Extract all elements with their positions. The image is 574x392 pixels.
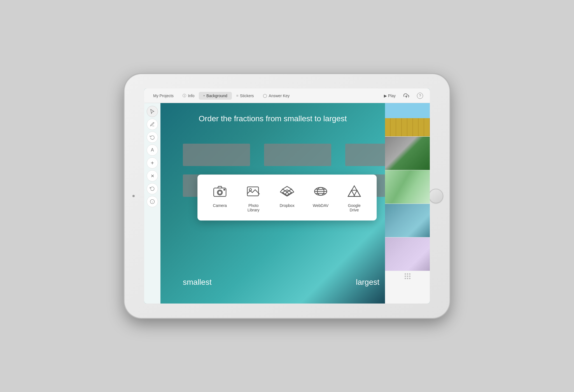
fraction-bar-1[interactable] [183, 144, 250, 166]
popup-google-drive[interactable]: Google Drive [343, 183, 365, 212]
tool-undo[interactable] [147, 183, 158, 194]
dot [409, 278, 410, 279]
dot [407, 273, 408, 275]
dot [407, 278, 408, 279]
nav-help-button[interactable]: ? [415, 92, 425, 100]
nav-answer-key-label: Answer Key [269, 94, 290, 98]
screen: My Projects ⓘ Info ▪ Background ⌗ Sticke… [144, 88, 430, 304]
tool-delete[interactable]: ✕ [147, 170, 158, 181]
dot [409, 276, 410, 277]
thumbnail-fence[interactable] [385, 103, 430, 137]
thumbnail-purple[interactable] [385, 237, 430, 271]
dots-row-3 [405, 278, 410, 279]
play-icon: ▶ [384, 94, 387, 98]
nav-my-projects[interactable]: My Projects [149, 92, 178, 100]
home-button[interactable] [429, 189, 443, 203]
thumbnail-teal[interactable] [385, 204, 430, 237]
tool-add[interactable]: + [147, 157, 158, 169]
svg-point-9 [249, 189, 251, 191]
canvas-shapes: Order the fractions from smallest to lar… [160, 103, 385, 304]
dot [405, 276, 406, 277]
largest-label: largest [356, 278, 379, 287]
nav-my-projects-label: My Projects [153, 94, 174, 98]
stickers-icon: ⌗ [236, 94, 238, 98]
tool-pointer[interactable] [147, 106, 158, 117]
svg-point-7 [224, 189, 225, 190]
dot [405, 273, 406, 275]
dropbox-label: Dropbox [280, 203, 295, 208]
main-area: A + ✕ [144, 103, 430, 304]
dot [405, 278, 406, 279]
nav-background-label: Background [206, 94, 227, 98]
fraction-bar-3[interactable] [345, 144, 385, 166]
nav-right-controls: ▶ Play ? [382, 92, 425, 100]
canvas-title: Order the fractions from smallest to lar… [160, 114, 385, 123]
google-drive-icon [346, 183, 363, 200]
dots-row-2 [405, 276, 410, 277]
camera-label: Camera [213, 203, 227, 208]
nav-info-label: Info [188, 94, 194, 98]
google-drive-label: Google Drive [343, 203, 365, 212]
thumbnail-gray-green[interactable] [385, 137, 430, 170]
webdav-label: WebDAV [313, 203, 328, 208]
popup-dropbox[interactable]: Dropbox [276, 183, 298, 208]
help-icon: ? [417, 93, 423, 99]
tool-pencil[interactable] [147, 119, 158, 130]
canvas-area: Order the fractions from smallest to lar… [160, 103, 385, 304]
tool-rotate[interactable] [147, 132, 158, 143]
upload-icon [403, 93, 409, 99]
background-square-icon: ▪ [203, 94, 205, 98]
photo-library-icon [245, 183, 262, 200]
import-source-popup: Camera Photo Library [197, 175, 377, 221]
tool-info[interactable] [147, 196, 158, 207]
side-dot [132, 195, 135, 197]
nav-play-button[interactable]: ▶ Play [382, 92, 398, 99]
smallest-label: smallest [183, 278, 212, 287]
dots-row-1 [405, 273, 410, 275]
nav-stickers[interactable]: ⌗ Stickers [232, 92, 258, 100]
tool-text[interactable]: A [147, 144, 158, 156]
nav-background[interactable]: ▪ Background [199, 92, 232, 100]
dot [407, 276, 408, 277]
popup-photo-library[interactable]: Photo Library [242, 183, 265, 212]
left-toolbar: A + ✕ [144, 103, 160, 304]
fraction-bar-2[interactable] [264, 144, 331, 166]
dropbox-icon [279, 183, 295, 200]
dot [409, 273, 410, 275]
nav-bar: My Projects ⓘ Info ▪ Background ⌗ Sticke… [144, 88, 430, 103]
right-panel-backgrounds [385, 103, 430, 304]
nav-stickers-label: Stickers [240, 94, 254, 98]
nav-answer-key[interactable]: ◯ Answer Key [258, 92, 294, 100]
svg-point-6 [218, 191, 221, 194]
nav-info[interactable]: ⓘ Info [178, 92, 199, 100]
ipad-frame: My Projects ⓘ Info ▪ Background ⌗ Sticke… [125, 74, 449, 318]
photo-library-label: Photo Library [242, 203, 265, 212]
answer-key-icon: ◯ [263, 94, 267, 98]
nav-upload-button[interactable] [401, 92, 411, 100]
webdav-icon [312, 183, 329, 200]
svg-marker-10 [283, 186, 291, 192]
popup-camera[interactable]: Camera [209, 183, 231, 208]
popup-webdav[interactable]: WebDAV [309, 183, 332, 208]
pagination-dots [385, 271, 430, 281]
info-circle-icon: ⓘ [183, 93, 186, 98]
nav-play-label: Play [388, 94, 396, 98]
thumbnail-light-green[interactable] [385, 170, 430, 204]
camera-icon [211, 183, 228, 200]
